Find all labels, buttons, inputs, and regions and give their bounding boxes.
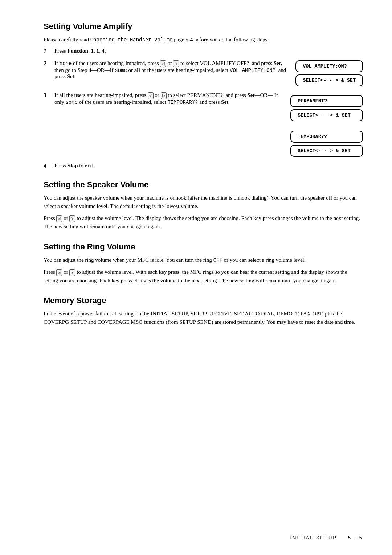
step-4-body: Press Stop to exit. <box>54 163 363 169</box>
left-arrow-icon-2 <box>148 92 154 99</box>
step-3: 3 If all the users are hearing-impaired,… <box>44 92 363 157</box>
memory-para-1: In the event of a power failure, all set… <box>44 310 363 327</box>
footer-section-label: INITIAL SETUP <box>290 535 337 540</box>
step-3-number: 3 <box>44 92 54 157</box>
speaker-para-2: Press or to adjust the volume level. The… <box>44 214 363 231</box>
right-arrow-icon-3 <box>69 215 75 222</box>
step-2-text: If none of the users are hearing-impaire… <box>54 60 288 79</box>
section-title-memory-storage: Memory Storage <box>44 296 363 305</box>
step-2-body: If none of the users are hearing-impaire… <box>54 60 363 86</box>
left-arrow-icon-3 <box>56 215 62 222</box>
step-1-number: 1 <box>44 48 54 54</box>
footer-text: INITIAL SETUP 5 - 5 <box>290 535 363 540</box>
step-2-some: some <box>115 68 127 73</box>
lcd-select-set-1: SELECT<- - > & SET <box>295 74 363 86</box>
lcd-permanent-pair: PERMANENT? SELECT<- - > & SET <box>290 95 363 121</box>
ring-para-1: You can adjust the ring volume when your… <box>44 256 363 265</box>
right-arrow-icon-2 <box>161 92 167 99</box>
step-1-bold-4: 4 <box>102 48 105 54</box>
section-title-speaker-volume: Setting the Speaker Volume <box>44 180 363 189</box>
lcd-spacer <box>290 124 363 128</box>
right-arrow-icon-4 <box>69 269 75 276</box>
step-3-temporary: TEMPORARY? <box>167 99 198 105</box>
speaker-para-1: You can adjust the speaker volume when y… <box>44 194 363 211</box>
lcd-select-set-3: SELECT<- - > & SET <box>290 145 363 157</box>
step-3-text: If all the users are hearing-impaired, p… <box>54 92 283 105</box>
page-footer: INITIAL SETUP 5 - 5 <box>0 535 392 540</box>
step-2-none: none <box>60 61 72 66</box>
left-arrow-icon <box>160 60 166 67</box>
step-1-bold-function: Function <box>67 48 88 54</box>
step-3-some: some <box>65 99 78 105</box>
step-3-row: If all the users are hearing-impaired, p… <box>54 92 363 157</box>
section-speaker-volume: Setting the Speaker Volume You can adjus… <box>44 180 363 231</box>
step-2-lcd-pair: VOL AMPLIFY:ON? SELECT<- - > & SET <box>295 60 363 86</box>
step-2-set2: Set <box>67 73 74 79</box>
step-3-body: If all the users are hearing-impaired, p… <box>54 92 363 157</box>
step-1-body: Press Function, 1, 1, 4. <box>54 48 363 54</box>
ring-off: OFF <box>213 257 222 263</box>
section-memory-storage: Memory Storage In the event of a power f… <box>44 296 363 327</box>
step-2-vol-on: VOL AMPLIFY:ON? <box>230 68 275 73</box>
section-ring-volume: Setting the Ring Volume You can adjust t… <box>44 242 363 285</box>
ring-para-2: Press or to adjust the volume level. Wit… <box>44 268 363 285</box>
lcd-vol-amplify-on: VOL AMPLIFY:ON? <box>295 60 363 72</box>
step-1-bold-1b: 1 <box>96 48 99 54</box>
section-title-volume-amplify: Setting Volume Amplify <box>44 22 363 31</box>
left-arrow-icon-4 <box>56 269 62 276</box>
lcd-temporary-pair: TEMPORARY? SELECT<- - > & SET <box>290 131 363 157</box>
step-4: 4 Press Stop to exit. <box>44 163 363 169</box>
intro-mono-text: Choosing the Handset Volume <box>90 37 173 43</box>
lcd-select-set-2: SELECT<- - > & SET <box>290 109 363 121</box>
lcd-permanent: PERMANENT? <box>290 95 363 107</box>
step-1: 1 Press Function, 1, 1, 4. <box>44 48 363 54</box>
step-3-lcd-group: PERMANENT? SELECT<- - > & SET TEMPORARY?… <box>290 95 363 157</box>
step-2: 2 If none of the users are hearing-impai… <box>44 60 363 86</box>
step-3-set2: Set <box>221 99 228 105</box>
step-2-set1: Set <box>274 60 281 66</box>
lcd-temporary: TEMPORARY? <box>290 131 363 143</box>
section-intro: Please carefully read Choosing the Hands… <box>44 36 363 44</box>
section-title-ring-volume: Setting the Ring Volume <box>44 242 363 252</box>
step-3-set1: Set <box>247 92 254 98</box>
footer-page-number: 5 - 5 <box>348 535 363 540</box>
step-2-row: If none of the users are hearing-impaire… <box>54 60 363 86</box>
step-4-stop: Stop <box>67 163 78 168</box>
step-2-number: 2 <box>44 60 54 86</box>
step-4-number: 4 <box>44 163 54 169</box>
step-1-bold-1a: 1 <box>91 48 94 54</box>
right-arrow-icon <box>173 60 179 67</box>
step-2-all: all <box>134 67 140 73</box>
section-setting-volume-amplify: Setting Volume Amplify Please carefully … <box>44 22 363 169</box>
